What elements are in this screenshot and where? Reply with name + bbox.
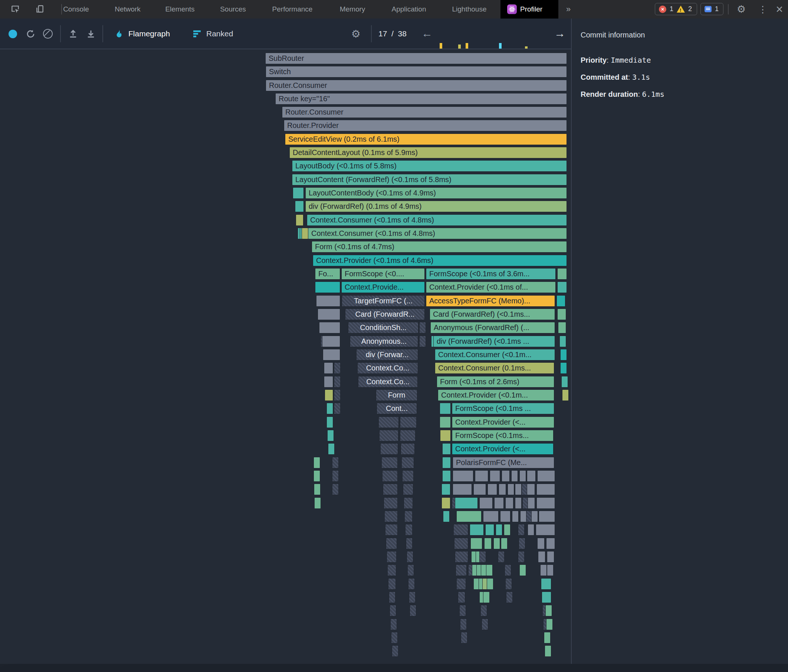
flame-bar[interactable] <box>419 322 426 333</box>
flame-bar[interactable] <box>562 390 569 401</box>
tab-sources[interactable]: Sources <box>220 0 246 19</box>
flame-bar[interactable] <box>409 591 416 603</box>
tab-ranked[interactable]: Ranked <box>193 19 233 49</box>
flame-bar[interactable] <box>559 336 566 347</box>
flame-bar[interactable] <box>531 511 538 522</box>
flame-bar[interactable] <box>334 403 341 414</box>
flame-bar-form[interactable]: Form (<0.1ms of 4.7ms) <box>311 241 567 252</box>
flame-bar[interactable] <box>527 470 536 482</box>
flame-bar[interactable] <box>419 336 426 347</box>
flame-bar-card[interactable]: Card (ForwardR... <box>345 309 425 320</box>
profiler-settings-gear-icon[interactable]: ⚙ <box>350 19 362 49</box>
flame-bar[interactable] <box>442 497 450 509</box>
flame-bar[interactable] <box>479 551 486 563</box>
flame-bar[interactable] <box>440 403 451 414</box>
flame-bar-formscope[interactable]: FormScope (<0.... <box>341 268 425 280</box>
flame-bar[interactable] <box>391 632 398 643</box>
flame-bar[interactable] <box>380 443 398 455</box>
flame-bar[interactable] <box>512 511 519 522</box>
flame-bar[interactable] <box>515 483 522 495</box>
flame-bar[interactable] <box>501 538 508 549</box>
flame-bar[interactable] <box>322 336 340 347</box>
flame-bar[interactable] <box>453 483 472 495</box>
flame-bar[interactable] <box>319 322 340 333</box>
flame-bar[interactable] <box>506 591 513 603</box>
flame-bar[interactable] <box>494 497 504 509</box>
flame-bar[interactable] <box>537 470 555 482</box>
flame-bar[interactable] <box>470 538 482 549</box>
flame-bar[interactable] <box>408 578 415 590</box>
close-icon[interactable]: × <box>773 2 786 16</box>
flame-bar[interactable] <box>410 605 416 617</box>
flame-bar[interactable] <box>546 618 553 630</box>
flame-bar[interactable] <box>453 524 468 536</box>
flame-bar[interactable] <box>334 390 341 401</box>
flame-bar[interactable] <box>440 417 451 428</box>
flame-bar[interactable] <box>384 511 398 522</box>
tab-application[interactable]: Application <box>392 0 426 19</box>
flame-bar-div[interactable]: div (ForwardRef) (0.1ms of 4.9ms) <box>305 201 567 212</box>
flame-bar[interactable] <box>545 645 551 657</box>
flame-bar[interactable] <box>505 497 513 509</box>
flame-bar[interactable] <box>493 538 500 549</box>
flame-bar[interactable] <box>402 470 414 482</box>
flame-bar[interactable] <box>407 551 413 563</box>
flame-bar[interactable] <box>546 538 555 549</box>
flame-bar-context-provider[interactable]: Context.Provider (<0.1ms of 4.6ms) <box>313 255 567 266</box>
record-button[interactable] <box>8 19 18 49</box>
flame-bar[interactable] <box>481 618 488 630</box>
flame-bar[interactable] <box>540 564 547 576</box>
flame-bar-formscope[interactable]: FormScope (<0.1ms... <box>452 430 553 441</box>
flame-bar[interactable] <box>485 524 494 536</box>
tab-profiler-active[interactable]: Profiler <box>500 0 558 19</box>
flame-bar[interactable] <box>536 524 555 536</box>
flame-bar[interactable] <box>392 645 399 657</box>
inspect-element-icon[interactable] <box>10 4 21 14</box>
flame-bar[interactable] <box>539 511 555 522</box>
flame-bar[interactable] <box>508 483 514 495</box>
flame-bar-context-co-[interactable]: Context.Co... <box>358 376 418 388</box>
issues-badge-errors-warnings[interactable]: × 1 ! 2 <box>655 3 697 15</box>
flame-bar[interactable] <box>327 430 334 441</box>
export-profile-icon[interactable] <box>84 19 97 49</box>
flame-bar[interactable] <box>502 470 510 482</box>
flame-bar-context-provider[interactable]: Context.Provider (<0.1m... <box>438 390 554 401</box>
flame-bar[interactable] <box>557 268 567 280</box>
flame-bar-context-provider[interactable]: Context.Provider (<... <box>452 443 553 455</box>
flame-bar[interactable] <box>458 591 465 603</box>
flame-bar[interactable] <box>456 511 481 522</box>
flame-bar[interactable] <box>475 470 488 482</box>
flame-bar[interactable] <box>557 282 567 293</box>
flame-bar[interactable] <box>378 417 399 428</box>
flame-bar[interactable] <box>537 538 545 549</box>
flame-bar-router-consumer[interactable]: Router.Consumer <box>282 106 567 118</box>
flame-bar[interactable] <box>384 497 398 509</box>
flame-bar[interactable] <box>316 295 340 307</box>
flame-bar[interactable] <box>537 497 555 509</box>
flame-bar[interactable] <box>324 376 333 388</box>
flame-bar-div[interactable]: div (ForwardRef) (<0.1ms ... <box>433 336 555 347</box>
flame-bar[interactable] <box>314 497 321 509</box>
flame-bar[interactable] <box>505 564 511 576</box>
flame-bar[interactable] <box>461 632 467 643</box>
flame-bar[interactable] <box>386 551 397 563</box>
flame-bar[interactable] <box>401 443 415 455</box>
flame-bar[interactable] <box>386 538 397 549</box>
flame-bar-context-consumer[interactable]: Context.Consumer (<0.1ms of 4.8ms) <box>308 228 567 239</box>
flame-bar-fo-[interactable]: Fo... <box>315 268 340 280</box>
flame-bar-form[interactable]: Form (<0.1ms of 2.6ms) <box>437 376 554 388</box>
flame-bar-context-provider[interactable]: Context.Provider (<... <box>452 417 554 428</box>
flame-bar-context-consumer[interactable]: Context.Consumer (<0.1m... <box>435 349 555 360</box>
flame-bar[interactable] <box>389 605 396 617</box>
flame-bar[interactable] <box>334 376 341 388</box>
flame-bar[interactable] <box>293 187 304 199</box>
flame-bar[interactable] <box>388 578 396 590</box>
flame-bar[interactable] <box>541 578 551 590</box>
flame-bar[interactable] <box>456 564 467 576</box>
flame-bar-route[interactable]: Route key="16" <box>275 93 567 105</box>
flame-bar[interactable] <box>480 605 487 617</box>
flame-bar[interactable] <box>520 564 526 576</box>
flame-bar-layoutbody[interactable]: LayoutBody (<0.1ms of 5.8ms) <box>292 160 567 172</box>
kebab-menu-icon[interactable]: ⋮ <box>757 3 769 16</box>
flame-bar[interactable] <box>387 564 396 576</box>
